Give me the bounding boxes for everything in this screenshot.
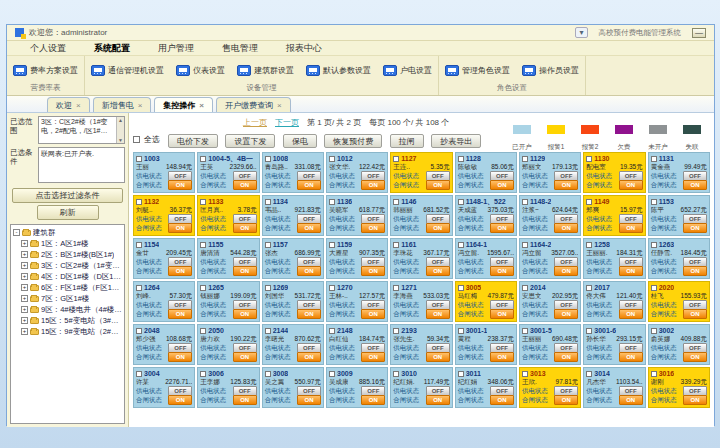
room-checkbox[interactable] (586, 371, 592, 377)
room-checkbox[interactable] (265, 328, 271, 334)
breaker-toggle-button[interactable]: ON (426, 180, 450, 190)
room-checkbox[interactable] (329, 156, 335, 162)
breaker-toggle-button[interactable]: ON (233, 223, 257, 233)
breaker-toggle-button[interactable]: ON (361, 309, 385, 319)
breaker-toggle-button[interactable]: ON (490, 395, 514, 405)
action-button[interactable]: 拉闸 (390, 134, 424, 148)
tab[interactable]: 欢迎 × (47, 97, 90, 112)
breaker-toggle-button[interactable]: ON (619, 352, 643, 362)
breaker-toggle-button[interactable]: ON (297, 180, 321, 190)
action-button[interactable]: 抄表导出 (431, 134, 481, 148)
room-checkbox[interactable] (329, 242, 335, 248)
breaker-toggle-button[interactable]: ON (683, 180, 707, 190)
breaker-toggle-button[interactable]: ON (619, 223, 643, 233)
breaker-toggle-button[interactable]: ON (426, 266, 450, 276)
scroll-down-icon[interactable]: ▼ (118, 137, 123, 143)
room-checkbox[interactable] (586, 242, 592, 248)
room-checkbox[interactable] (522, 156, 528, 162)
breaker-toggle-button[interactable]: ON (168, 266, 192, 276)
expand-icon[interactable]: + (21, 328, 28, 335)
breaker-toggle-button[interactable]: ON (233, 395, 257, 405)
breaker-toggle-button[interactable]: ON (297, 352, 321, 362)
room-checkbox[interactable] (200, 242, 206, 248)
tree-item[interactable]: + 9区：4#楼电井（4#楼… (13, 304, 122, 315)
breaker-toggle-button[interactable]: ON (361, 395, 385, 405)
action-button[interactable]: 电价下发 (168, 134, 218, 148)
breaker-toggle-button[interactable]: ON (490, 352, 514, 362)
breaker-toggle-button[interactable]: ON (619, 395, 643, 405)
selected-condition-box[interactable]: 联网表:已开户表. (38, 147, 125, 183)
tree-item[interactable]: + 7区：G区1#楼 (13, 293, 122, 304)
room-checkbox[interactable] (136, 285, 142, 291)
breaker-toggle-button[interactable]: ON (490, 223, 514, 233)
tree-root[interactable]: - 建筑群 (13, 227, 122, 238)
room-checkbox[interactable] (393, 156, 399, 162)
tree-item[interactable]: + 6区：F区1#楼（F区1#… (13, 282, 122, 293)
room-checkbox[interactable] (393, 242, 399, 248)
room-checkbox[interactable] (393, 199, 399, 205)
breaker-toggle-button[interactable]: ON (619, 180, 643, 190)
room-checkbox[interactable] (265, 371, 271, 377)
room-checkbox[interactable] (393, 328, 399, 334)
expand-icon[interactable]: + (21, 262, 28, 269)
room-checkbox[interactable] (586, 156, 592, 162)
breaker-toggle-button[interactable]: ON (297, 309, 321, 319)
room-checkbox[interactable] (329, 285, 335, 291)
breaker-toggle-button[interactable]: ON (490, 309, 514, 319)
menu-item[interactable]: 个人设置 (17, 41, 79, 56)
breaker-toggle-button[interactable]: ON (554, 223, 578, 233)
breaker-toggle-button[interactable]: ON (554, 395, 578, 405)
breaker-toggle-button[interactable]: ON (683, 309, 707, 319)
breaker-toggle-button[interactable]: ON (361, 223, 385, 233)
breaker-toggle-button[interactable]: ON (426, 352, 450, 362)
breaker-toggle-button[interactable]: ON (233, 352, 257, 362)
minimize-button[interactable]: — (692, 28, 706, 38)
room-checkbox[interactable] (586, 285, 592, 291)
breaker-toggle-button[interactable]: ON (426, 395, 450, 405)
room-checkbox[interactable] (458, 242, 464, 248)
ribbon-button[interactable]: 仪表设置 (174, 64, 227, 77)
breaker-toggle-button[interactable]: ON (619, 266, 643, 276)
breaker-toggle-button[interactable]: ON (554, 309, 578, 319)
room-checkbox[interactable] (329, 371, 335, 377)
expand-icon[interactable]: + (21, 240, 28, 247)
tree-item[interactable]: + 15区：5#变电站（3#变… (13, 315, 122, 326)
room-checkbox[interactable] (329, 328, 335, 334)
breaker-toggle-button[interactable]: ON (168, 395, 192, 405)
room-checkbox[interactable] (136, 328, 142, 334)
room-checkbox[interactable] (265, 285, 271, 291)
room-checkbox[interactable] (522, 199, 528, 205)
expand-icon[interactable]: + (21, 251, 28, 258)
room-checkbox[interactable] (651, 199, 657, 205)
ribbon-button[interactable]: 建筑群设置 (235, 64, 296, 77)
menu-item[interactable]: 系统配置 (81, 41, 143, 56)
expand-icon[interactable]: + (21, 295, 28, 302)
room-checkbox[interactable] (651, 371, 657, 377)
refresh-button[interactable]: 刷新 (37, 205, 99, 220)
expand-icon[interactable]: + (21, 284, 28, 291)
room-checkbox[interactable] (586, 328, 592, 334)
breaker-toggle-button[interactable]: ON (361, 266, 385, 276)
selected-range-listbox[interactable]: 3区：C区2#楼（1#变电，2#配电，/区1#… ▲ ▼ (38, 116, 125, 144)
tab[interactable]: 开户缴费查询 × (216, 97, 291, 112)
next-page-link[interactable]: 下一页 (275, 117, 299, 128)
collapse-icon[interactable]: - (13, 229, 20, 236)
room-checkbox[interactable] (265, 156, 271, 162)
breaker-toggle-button[interactable]: ON (683, 352, 707, 362)
select-all-checkbox[interactable] (133, 136, 140, 143)
expand-icon[interactable]: + (21, 317, 28, 324)
breaker-toggle-button[interactable]: ON (554, 180, 578, 190)
expand-icon[interactable]: + (21, 306, 28, 313)
tab-close-icon[interactable]: × (138, 101, 143, 110)
prev-page-link[interactable]: 上一页 (243, 117, 267, 128)
breaker-toggle-button[interactable]: ON (168, 180, 192, 190)
room-checkbox[interactable] (200, 199, 206, 205)
breaker-toggle-button[interactable]: ON (683, 395, 707, 405)
room-checkbox[interactable] (651, 242, 657, 248)
tree-item[interactable]: + 2区：B区1#楼(B区1#) (13, 249, 122, 260)
breaker-toggle-button[interactable]: ON (361, 180, 385, 190)
room-checkbox[interactable] (522, 371, 528, 377)
breaker-toggle-button[interactable]: ON (426, 309, 450, 319)
room-checkbox[interactable] (200, 285, 206, 291)
choose-filter-button[interactable]: 点击选择过滤条件 (12, 188, 123, 203)
